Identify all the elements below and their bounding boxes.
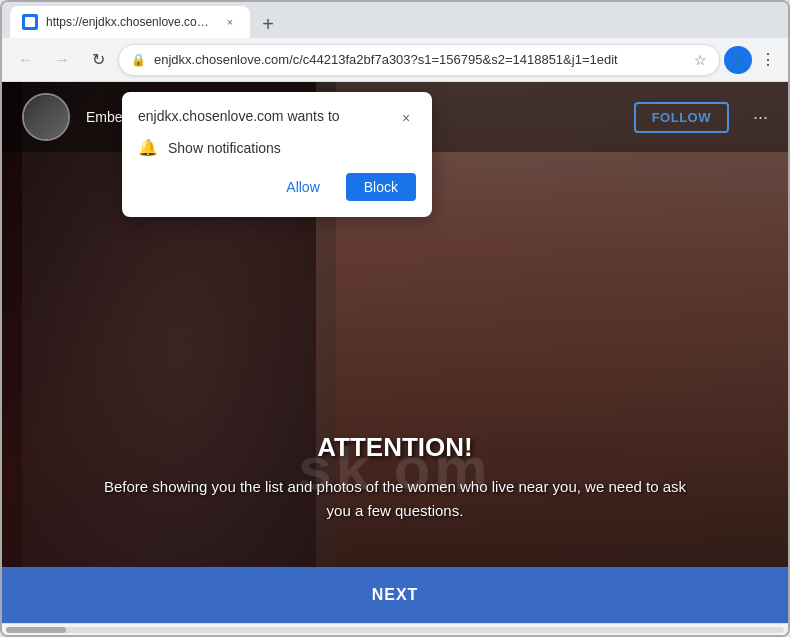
tab-close-button[interactable]: ×: [222, 14, 238, 30]
more-options-button[interactable]: ···: [753, 107, 768, 128]
lock-icon: 🔒: [131, 53, 146, 67]
scrollbar-track[interactable]: [6, 627, 784, 633]
active-tab[interactable]: https://enjdkx.chosenlove.com/c ×: [10, 6, 250, 38]
scrollbar-area: [2, 623, 788, 635]
address-bar[interactable]: 🔒 enjdkx.chosenlove.com/c/c44213fa2bf7a3…: [118, 44, 720, 76]
next-button-label: NEXT: [372, 586, 419, 604]
reload-button[interactable]: ↻: [82, 44, 114, 76]
block-button[interactable]: Block: [346, 173, 416, 201]
bell-icon: 🔔: [138, 138, 158, 157]
notification-popup: enjdkx.chosenlove.com wants to × 🔔 Show …: [122, 92, 432, 217]
url-text: enjdkx.chosenlove.com/c/c44213fa2bf7a303…: [154, 52, 686, 67]
attention-body: Before showing you the list and photos o…: [95, 475, 695, 523]
allow-button[interactable]: Allow: [268, 173, 337, 201]
tab-favicon: [22, 14, 38, 30]
popup-actions: Allow Block: [138, 173, 416, 201]
popup-title: enjdkx.chosenlove.com wants to: [138, 108, 340, 124]
new-tab-button[interactable]: +: [254, 10, 282, 38]
browser-window: https://enjdkx.chosenlove.com/c × + ← → …: [0, 0, 790, 637]
bookmark-icon[interactable]: ☆: [694, 52, 707, 68]
popup-header: enjdkx.chosenlove.com wants to ×: [138, 108, 416, 128]
popup-close-button[interactable]: ×: [396, 108, 416, 128]
back-button[interactable]: ←: [10, 44, 42, 76]
forward-button[interactable]: →: [46, 44, 78, 76]
tab-title: https://enjdkx.chosenlove.com/c: [46, 15, 214, 29]
page-content: Embe FOLLOW ··· ATTENTION! Before showin…: [2, 82, 788, 623]
next-button[interactable]: NEXT: [2, 567, 788, 623]
site-username: Embe: [86, 109, 123, 125]
navigation-bar: ← → ↻ 🔒 enjdkx.chosenlove.com/c/c44213fa…: [2, 38, 788, 82]
avatar: [22, 93, 70, 141]
attention-title: ATTENTION!: [22, 432, 768, 463]
scrollbar-thumb[interactable]: [6, 627, 66, 633]
main-content: ATTENTION! Before showing you the list a…: [2, 412, 788, 543]
browser-menu-button[interactable]: ⋮: [756, 46, 780, 73]
popup-item-text: Show notifications: [168, 140, 281, 156]
popup-item: 🔔 Show notifications: [138, 138, 416, 157]
profile-button[interactable]: 👤: [724, 46, 752, 74]
tab-bar: https://enjdkx.chosenlove.com/c × +: [2, 2, 788, 38]
follow-button[interactable]: FOLLOW: [634, 102, 729, 133]
